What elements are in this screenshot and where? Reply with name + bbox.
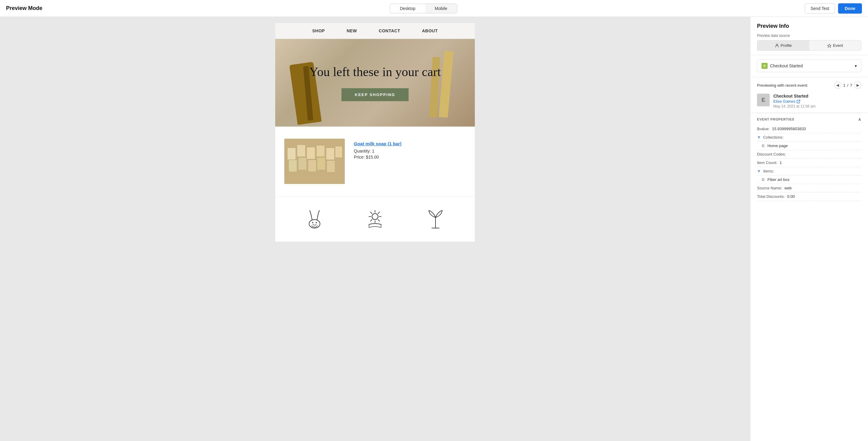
event-dropdown[interactable]: S Checkout Started ▾ [757,60,861,72]
svg-rect-4 [298,157,307,170]
price-value: $15.00 [366,155,379,160]
bamboo-shape-1 [438,51,453,118]
hero-title: You left these in your cart [309,64,441,79]
svg-rect-7 [316,145,325,157]
event-properties: EVENT PROPERTIES ∧ $value: 15.9399995803… [750,113,868,207]
nav-contact[interactable]: CONTACT [368,28,411,33]
nav-new[interactable]: NEW [336,28,368,33]
mobile-tab[interactable]: Mobile [425,4,457,13]
collapse-arrow[interactable]: ▼ [757,169,762,173]
svg-rect-11 [335,146,342,158]
prop-row-8: Total Discounts: 0.00 [757,193,861,201]
source-tabs: Profile Event [757,40,861,51]
prop-row-2: 0: Home page [757,142,861,150]
panel-title: Preview Info [757,23,861,29]
desktop-tab[interactable]: Desktop [390,4,425,13]
svg-rect-3 [297,145,306,157]
event-select-left: S Checkout Started [762,63,803,69]
event-dropdown-label: Checkout Started [770,63,803,68]
sun-icon-item [362,205,389,233]
topbar-actions: Send Test Done [805,3,862,13]
event-name: Checkout Started [773,94,815,99]
product-section: Goat milk soap (1 bar) Quantity: 1 Price… [275,127,475,196]
recent-event-label: Previewing with recent event: [757,83,808,88]
svg-point-15 [372,213,378,219]
event-person-link[interactable]: Elise Gaines [773,99,815,104]
bunny-icon [303,207,327,231]
profile-tab-label: Profile [781,43,792,48]
right-panel: Preview Info Preview data source Profile… [750,17,868,441]
page-current: 1 [843,83,845,88]
svg-rect-5 [307,147,315,159]
hero-cta-button[interactable]: KEEP SHOPPING [341,88,408,101]
svg-rect-8 [317,157,326,170]
icons-section [275,196,475,242]
send-test-button[interactable]: Send Test [805,3,835,13]
event-tab-label: Event [833,43,843,48]
recent-event-section: Previewing with recent event: ◀ 1 / 7 ▶ … [750,77,868,113]
prop-row-4: Item Count: 1 [757,159,861,167]
profile-tab[interactable]: Profile [757,40,809,50]
preview-area: SHOP NEW CONTACT ABOUT You left these in… [0,17,750,441]
event-avatar: E [757,94,770,106]
nav-about[interactable]: ABOUT [411,28,448,33]
product-price: Price: $15.00 [354,155,466,160]
product-image [284,139,345,184]
svg-rect-10 [327,160,335,172]
nav-shop[interactable]: SHOP [301,28,336,33]
panel-source-label: Preview data source [757,34,861,38]
preview-mode-title: Preview Mode [6,5,42,11]
props-list: $value: 15.9399995803833▼ Collections: 0… [757,125,861,201]
event-info: Checkout Started Elise Gaines May 14, 20… [773,94,815,108]
event-date: May 14, 2021 at 11:56 am [773,104,815,108]
svg-rect-9 [326,148,335,160]
sun-book-icon [363,207,387,231]
done-button[interactable]: Done [838,3,862,13]
page-separator: / [847,83,848,88]
event-person-name: Elise Gaines [773,99,796,104]
svg-point-12 [309,219,320,228]
collapse-arrow[interactable]: ▼ [757,135,762,140]
pagination: ◀ 1 / 7 ▶ [834,81,861,89]
svg-rect-2 [288,160,297,172]
soap-image [284,139,345,184]
svg-rect-1 [287,148,296,160]
email-nav: SHOP NEW CONTACT ABOUT [275,23,475,39]
email-hero: You left these in your cart KEEP SHOPPIN… [275,39,475,127]
svg-rect-6 [308,160,316,172]
profile-icon [775,43,779,48]
product-info: Goat milk soap (1 bar) Quantity: 1 Price… [354,139,466,160]
external-link-icon [797,100,800,103]
event-select-wrap: S Checkout Started ▾ [750,55,868,77]
svg-point-14 [316,222,317,223]
prop-row-1: ▼ Collections: [757,133,861,142]
event-tab[interactable]: Event [809,40,861,50]
event-props-header: EVENT PROPERTIES ∧ [757,113,861,125]
prop-row-6: 0: Fiber art box [757,175,861,184]
prop-row-7: Source Name: web [757,184,861,193]
quantity-label: Quantity: [354,148,371,154]
event-icon [827,43,831,48]
topbar: Preview Mode Desktop Mobile Send Test Do… [0,0,868,17]
next-page-button[interactable]: ▶ [854,81,861,89]
leaf-icon [424,207,447,231]
main-layout: SHOP NEW CONTACT ABOUT You left these in… [0,17,868,441]
prev-page-button[interactable]: ◀ [834,81,841,89]
chevron-down-icon: ▾ [855,63,857,68]
event-card: E Checkout Started Elise Gaines May 14, … [757,93,861,108]
svg-marker-17 [828,44,831,47]
prop-row-0: $value: 15.9399995803833 [757,125,861,133]
product-quantity: Quantity: 1 [354,148,466,154]
prop-row-3: Discount Codes: [757,150,861,159]
svg-point-16 [776,44,778,45]
price-label: Price: [354,155,365,160]
shopify-icon: S [762,63,768,69]
collapse-props-button[interactable]: ∧ [858,117,861,122]
bunny-icon-item [301,205,328,233]
page-total: 7 [850,83,852,88]
product-name-link[interactable]: Goat milk soap (1 bar) [354,141,466,146]
email-container: SHOP NEW CONTACT ABOUT You left these in… [275,23,475,242]
prop-row-5: ▼ Items: [757,167,861,175]
hero-content: You left these in your cart KEEP SHOPPIN… [309,64,441,101]
view-toggle: Desktop Mobile [390,4,457,13]
